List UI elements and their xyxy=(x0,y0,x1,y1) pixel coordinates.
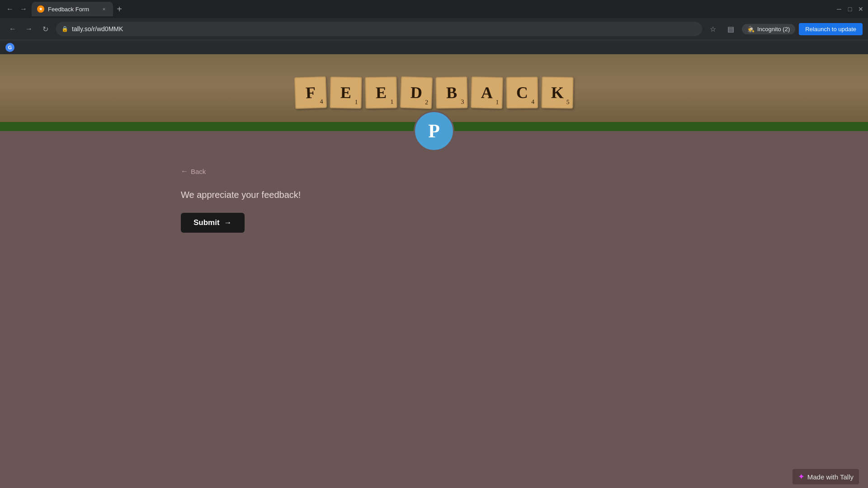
submit-label: Submit xyxy=(193,218,220,227)
submit-button[interactable]: Submit → xyxy=(181,213,245,233)
tab-favicon: ★ xyxy=(37,5,44,13)
minimize-button[interactable]: ─ xyxy=(835,5,843,13)
relaunch-button[interactable]: Relaunch to update xyxy=(799,23,863,35)
tile-c: C4 xyxy=(506,77,538,109)
toolbar-forward-button[interactable]: → xyxy=(22,22,36,36)
incognito-label: Incognito (2) xyxy=(757,26,790,33)
new-tab-button[interactable]: + xyxy=(113,3,126,15)
tab-close-button[interactable]: × xyxy=(100,5,108,13)
feedback-message: We appreciate your feedback! xyxy=(181,190,301,200)
back-button[interactable]: ← xyxy=(4,3,16,15)
toolbar-back-button[interactable]: ← xyxy=(5,22,20,36)
logo-letter: P xyxy=(428,120,440,142)
forward-button[interactable]: → xyxy=(17,3,30,15)
browser-window: ← → ★ Feedback Form × + ─ □ ✕ ← → ↻ 🔒 ta… xyxy=(0,0,868,54)
apps-bar: G xyxy=(0,40,868,54)
back-label: Back xyxy=(191,168,206,175)
active-tab[interactable]: ★ Feedback Form × xyxy=(32,2,113,16)
footer-bar: ✦ Made with Tally xyxy=(0,465,868,488)
address-bar[interactable]: 🔒 tally.so/r/wd0MMK xyxy=(56,22,702,36)
tile-e1: E1 xyxy=(330,76,362,108)
window-controls: ─ □ ✕ xyxy=(835,5,864,13)
toolbar-right: ☆ ▤ 🕵 Incognito (2) Relaunch to update xyxy=(706,22,863,36)
tile-e2: E1 xyxy=(365,76,397,108)
tile-d: D2 xyxy=(400,76,433,109)
lock-icon: 🔒 xyxy=(61,26,68,32)
bookmark-button[interactable]: ☆ xyxy=(706,22,720,36)
logo-circle: P xyxy=(414,111,454,151)
google-icon[interactable]: G xyxy=(5,43,14,52)
back-arrow-icon: ← xyxy=(181,167,188,175)
incognito-button[interactable]: 🕵 Incognito (2) xyxy=(742,24,795,34)
tab-bar: ← → ★ Feedback Form × + ─ □ ✕ xyxy=(0,0,868,18)
tile-k: K5 xyxy=(541,76,573,108)
tile-f: F4 xyxy=(294,76,327,109)
tile-b: B3 xyxy=(435,76,467,108)
tile-a: A1 xyxy=(471,76,503,109)
made-with-tally[interactable]: ✦ Made with Tally xyxy=(793,469,859,484)
close-window-button[interactable]: ✕ xyxy=(857,5,864,13)
left-nav: ← → xyxy=(4,3,30,15)
incognito-icon: 🕵 xyxy=(747,26,755,33)
nav-controls: ← → ↻ xyxy=(5,22,52,36)
tab-title-text: Feedback Form xyxy=(48,6,97,13)
made-with-label: Made with Tally xyxy=(807,473,854,481)
tally-star-icon: ✦ xyxy=(798,472,805,482)
sidebar-button[interactable]: ▤ xyxy=(724,22,738,36)
toolbar-reload-button[interactable]: ↻ xyxy=(38,22,52,36)
page-content: F4 E1 E1 D2 B3 A1 C4 K5 P ← Back We appr… xyxy=(0,54,868,488)
back-link[interactable]: ← Back xyxy=(181,167,206,175)
maximize-button[interactable]: □ xyxy=(846,5,854,13)
toolbar: ← → ↻ 🔒 tally.so/r/wd0MMK ☆ ▤ 🕵 Incognit… xyxy=(0,18,868,40)
submit-arrow-icon: → xyxy=(224,218,232,227)
url-text: tally.so/r/wd0MMK xyxy=(72,25,123,33)
